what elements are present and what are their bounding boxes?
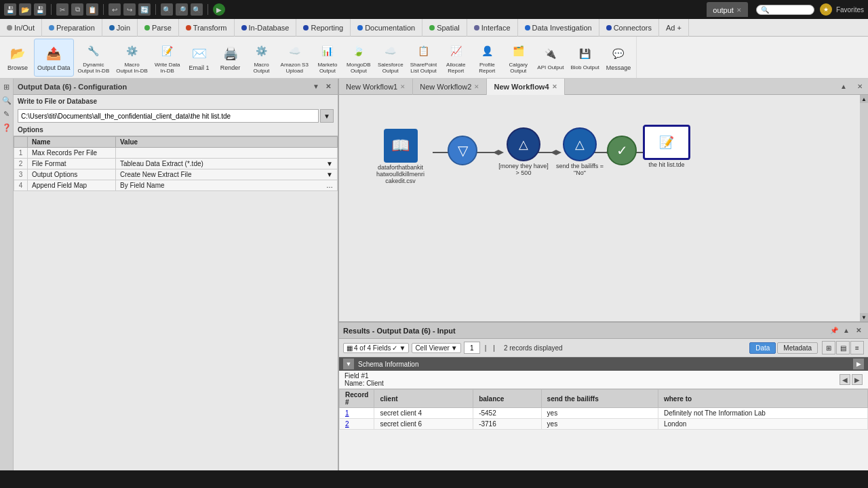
calgary-btn[interactable]: 🗂️ CalgaryOutput	[503, 39, 533, 77]
nav-tab-add[interactable]: Ad +	[659, 19, 689, 37]
canvas[interactable]: 📖 dataforthatbankit hatwoulldkillmenri c…	[339, 95, 868, 321]
nav-tab-datainvestigation[interactable]: Data Investigation	[518, 19, 599, 37]
schema-expand-btn[interactable]: ▶	[853, 359, 864, 369]
data-view-btn[interactable]: Data	[749, 342, 776, 354]
opt3-value[interactable]: Create New Extract File ▼	[116, 169, 338, 180]
save-icon[interactable]: 💾	[4, 3, 16, 16]
output-data-btn[interactable]: 📤 Output Data	[34, 39, 74, 77]
zoom-fit-icon[interactable]: 🔍	[191, 3, 203, 16]
wf1-close[interactable]: ✕	[400, 83, 406, 90]
file-browse-btn[interactable]: ▼	[320, 109, 334, 123]
message-btn[interactable]: 💬 Message	[604, 39, 634, 77]
open-icon[interactable]: 📂	[19, 3, 31, 16]
macro-output-indb-btn[interactable]: ⚙️ MacroOutput In-DB	[113, 39, 151, 77]
nav-tab-parse[interactable]: Parse	[138, 19, 179, 37]
nav-tab-inout[interactable]: In/Out	[0, 19, 42, 37]
opt2-dropdown-icon[interactable]: ▼	[326, 160, 333, 167]
blob-output-btn[interactable]: 💾 Blob Output	[568, 39, 601, 77]
schema-collapse-btn[interactable]: ▼	[343, 359, 354, 369]
results-table-wrap[interactable]: Record # client balance send the bailiff…	[339, 389, 868, 470]
bottom-pin-btn[interactable]: 📌	[829, 325, 840, 336]
view-icon-1[interactable]: ⊞	[822, 341, 835, 354]
email-btn[interactable]: ✉️ Email 1	[184, 39, 214, 77]
nav-tab-documentation[interactable]: Documentation	[351, 19, 422, 37]
nav-tab-transform[interactable]: Transform	[179, 19, 235, 37]
row2-record[interactable]: 2	[340, 419, 374, 430]
canvas-close-btn[interactable]: ✕	[853, 80, 867, 94]
allocate-btn[interactable]: 📈 AllocateReport	[441, 39, 471, 77]
browse-btn[interactable]: 📂 Browse	[3, 39, 33, 77]
opt4-value[interactable]: By Field Name …	[116, 180, 338, 191]
collapse-panel-btn[interactable]: ▼	[311, 81, 321, 92]
sidebar-icon-2[interactable]: 🔍	[1, 95, 12, 106]
bottom-close-btn[interactable]: ✕	[853, 325, 864, 336]
opt4-extra-btn[interactable]: …	[326, 182, 333, 189]
salesforce-btn[interactable]: ☁️ SalesforceOutput	[375, 39, 406, 77]
refresh-icon[interactable]: 🔄	[138, 3, 151, 16]
marketo-btn[interactable]: 📊 MarketoOutput	[313, 39, 342, 77]
file-path-input[interactable]	[18, 109, 319, 123]
wf2-close[interactable]: ✕	[474, 83, 479, 90]
api-output-btn[interactable]: 🔌 API Output	[534, 39, 566, 77]
view-icon-2[interactable]: ▤	[836, 341, 850, 354]
row1-record[interactable]: 1	[340, 408, 374, 419]
nav-tab-spatial[interactable]: Spatial	[422, 19, 467, 37]
nav-tab-interface[interactable]: Interface	[467, 19, 518, 37]
schema-next-btn[interactable]: ▶	[852, 374, 863, 385]
dynamic-output-btn[interactable]: 🔧 DynamicOutput In-DB	[75, 39, 113, 77]
nav-tab-indatabase[interactable]: In-Database	[235, 19, 297, 37]
canvas-scrollbar[interactable]: ▲ ▼	[860, 95, 868, 321]
bottom-expand-btn[interactable]: ▲	[841, 325, 852, 336]
nav-tab-join[interactable]: Join	[102, 19, 138, 37]
view-icon-3[interactable]: ≡	[850, 341, 864, 354]
workflow-tab-2[interactable]: New Workflow2 ✕	[413, 79, 487, 95]
favorites-icon[interactable]: ★	[820, 3, 832, 16]
zoom-out-icon[interactable]: 🔎	[176, 3, 188, 16]
canvas-expand-btn[interactable]: ▲	[837, 80, 850, 94]
page-input[interactable]	[464, 342, 480, 354]
filter-node-1[interactable]: ▽	[448, 136, 477, 165]
macro-output-btn[interactable]: ⚙️ MacroOutput	[247, 39, 277, 77]
schema-prev-btn[interactable]: ◀	[840, 374, 850, 385]
nav-tab-preparation[interactable]: Preparation	[42, 19, 102, 37]
search-input[interactable]	[769, 6, 810, 14]
check-node[interactable]: ✓	[607, 136, 637, 165]
write-data-indb-btn[interactable]: 📝 Write DataIn-DB	[152, 39, 183, 77]
copy-icon[interactable]: ⧉	[71, 3, 83, 16]
scroll-down-btn[interactable]: ▼	[860, 313, 868, 321]
fields-select[interactable]: ▦ 4 of 4 Fields ✓ ▼	[343, 343, 409, 353]
amazon-s3-btn[interactable]: ☁️ Amazon S3Upload	[278, 39, 311, 77]
filter-node-3[interactable]: △ send the bailiffs = "No"	[553, 127, 607, 176]
input-node[interactable]: 📖 dataforthatbankit hatwoulldkillmenri c…	[376, 129, 425, 184]
render-btn[interactable]: 🖨️ Render	[216, 39, 245, 77]
sidebar-icon-3[interactable]: ✎	[1, 108, 12, 119]
opt2-value[interactable]: Tableau Data Extract (*.tde) ▼	[116, 159, 338, 169]
mongodb-btn[interactable]: 🍃 MongoDBOutput	[344, 39, 374, 77]
cut-icon[interactable]: ✂	[56, 3, 68, 16]
workflow-tab-1[interactable]: New Workflow1 ✕	[339, 79, 413, 95]
sharepoint-btn[interactable]: 📋 SharePointList Output	[408, 39, 440, 77]
output-node[interactable]: 📝 the hit list.tde	[643, 125, 690, 168]
profile-btn[interactable]: 👤 ProfileReport	[472, 39, 502, 77]
metadata-view-btn[interactable]: Metadata	[777, 342, 818, 354]
redo-icon[interactable]: ↪	[123, 3, 136, 16]
fields-select-chevron[interactable]: ▼	[399, 344, 406, 352]
filter-node-2[interactable]: △ [money they have] > 500	[496, 127, 551, 176]
workflow-tab-4[interactable]: New Workflow4 ✕	[487, 79, 564, 95]
run-icon[interactable]: ▶	[213, 3, 225, 16]
scroll-track[interactable]	[860, 103, 868, 313]
view-select[interactable]: Cell Viewer ▼	[412, 343, 460, 353]
pipe-btn-2[interactable]: |	[491, 344, 497, 352]
search-box[interactable]: 🔍	[756, 5, 814, 15]
opt3-dropdown-icon[interactable]: ▼	[326, 171, 333, 178]
paste-icon[interactable]: 📋	[86, 3, 98, 16]
sidebar-icon-1[interactable]: ⊞	[1, 81, 12, 92]
wf4-close[interactable]: ✕	[552, 83, 557, 90]
pipe-btn-1[interactable]: |	[483, 344, 489, 352]
view-select-chevron[interactable]: ▼	[451, 344, 458, 352]
output-tab[interactable]: output ✕	[707, 2, 748, 17]
undo-icon[interactable]: ↩	[108, 3, 121, 16]
zoom-in-icon[interactable]: 🔍	[161, 3, 173, 16]
sidebar-icon-4[interactable]: ❓	[1, 122, 12, 133]
close-panel-btn[interactable]: ✕	[323, 81, 334, 92]
